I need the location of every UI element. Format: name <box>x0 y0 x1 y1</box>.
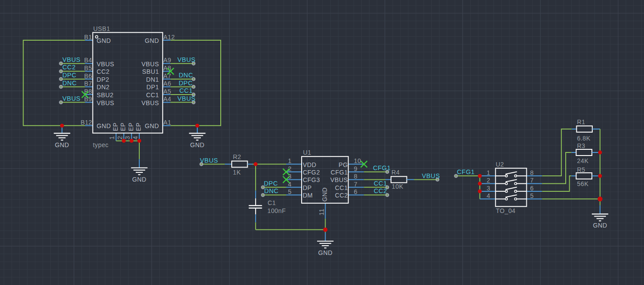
svg-text:B12: B12 <box>80 119 92 126</box>
svg-text:PG: PG <box>338 161 348 168</box>
svg-text:DM: DM <box>303 192 313 199</box>
svg-text:10K: 10K <box>392 183 403 190</box>
svg-text:DPC: DPC <box>264 180 278 187</box>
svg-text:R4: R4 <box>391 169 400 176</box>
svg-text:4: 4 <box>132 136 139 140</box>
svg-text:DP: DP <box>303 184 311 191</box>
svg-text:DP2: DP2 <box>97 76 109 83</box>
svg-text:GND: GND <box>321 187 328 201</box>
svg-text:R1: R1 <box>577 118 586 125</box>
svg-text:CC1: CC1 <box>374 180 387 187</box>
svg-text:VBUS: VBUS <box>177 95 196 102</box>
svg-text:2: 2 <box>288 165 291 172</box>
svg-text:CC2: CC2 <box>97 68 110 75</box>
svg-text:7: 7 <box>354 181 357 188</box>
svg-text:6: 6 <box>530 185 534 192</box>
svg-text:R3: R3 <box>577 142 586 149</box>
svg-text:3: 3 <box>124 136 131 140</box>
svg-text:DN2: DN2 <box>97 84 110 91</box>
svg-text:GND: GND <box>145 122 159 129</box>
svg-text:GND: GND <box>132 176 146 183</box>
svg-text:R2: R2 <box>233 153 242 160</box>
svg-text:CC2: CC2 <box>374 187 387 194</box>
svg-text:A1: A1 <box>163 119 171 126</box>
svg-text:GND: GND <box>55 141 69 148</box>
svg-text:U1: U1 <box>303 149 311 156</box>
svg-text:VDD: VDD <box>303 161 316 168</box>
svg-text:6: 6 <box>354 188 357 195</box>
svg-text:GND: GND <box>318 249 332 256</box>
svg-text:1: 1 <box>487 169 490 176</box>
svg-text:USB1: USB1 <box>93 25 110 32</box>
svg-text:4: 4 <box>487 192 490 199</box>
svg-text:A7: A7 <box>163 72 171 80</box>
svg-text:B1: B1 <box>84 34 92 41</box>
svg-text:EP: EP <box>112 122 119 131</box>
svg-text:GND: GND <box>97 122 111 129</box>
svg-text:56K: 56K <box>577 180 589 187</box>
svg-text:VBUS: VBUS <box>62 56 80 63</box>
svg-text:A12: A12 <box>163 34 175 41</box>
svg-text:DN1: DN1 <box>146 76 159 83</box>
svg-text:1: 1 <box>288 157 291 164</box>
svg-text:GND: GND <box>593 222 607 229</box>
svg-text:2: 2 <box>116 136 123 140</box>
svg-text:A6: A6 <box>163 80 171 87</box>
svg-text:GND: GND <box>190 141 204 148</box>
svg-text:SBU2: SBU2 <box>97 91 114 99</box>
svg-text:EP: EP <box>119 122 126 131</box>
svg-text:TO_04: TO_04 <box>496 207 516 214</box>
svg-text:B4: B4 <box>84 57 92 64</box>
svg-text:10: 10 <box>354 157 361 164</box>
svg-text:EP: EP <box>127 122 134 131</box>
svg-text:DPC: DPC <box>62 72 77 79</box>
svg-text:5: 5 <box>530 192 534 199</box>
svg-text:VBUS: VBUS <box>177 56 196 63</box>
svg-text:B7: B7 <box>84 80 92 87</box>
svg-text:VBUS: VBUS <box>200 157 218 164</box>
svg-text:CC1: CC1 <box>146 91 159 99</box>
svg-text:24K: 24K <box>577 157 589 164</box>
svg-text:CC2: CC2 <box>62 64 76 71</box>
svg-text:DPC: DPC <box>179 80 193 87</box>
svg-text:VBUS: VBUS <box>62 95 80 102</box>
svg-text:VBUS: VBUS <box>142 61 159 68</box>
svg-text:8: 8 <box>354 173 357 180</box>
svg-text:A4: A4 <box>163 95 171 103</box>
svg-text:DP1: DP1 <box>146 84 159 91</box>
svg-text:typec: typec <box>93 141 108 148</box>
svg-text:DNC: DNC <box>264 187 279 194</box>
svg-text:6.8K: 6.8K <box>577 135 591 142</box>
svg-text:VBUS: VBUS <box>330 176 348 183</box>
svg-text:GND: GND <box>97 37 111 44</box>
svg-text:A5: A5 <box>163 88 171 95</box>
svg-text:1K: 1K <box>233 169 241 176</box>
svg-text:A9: A9 <box>163 57 171 64</box>
svg-text:DNC: DNC <box>62 80 77 87</box>
svg-text:5: 5 <box>288 188 291 195</box>
svg-text:CFG3: CFG3 <box>303 176 320 183</box>
svg-text:9: 9 <box>354 165 357 172</box>
svg-text:R5: R5 <box>577 166 586 173</box>
svg-text:2: 2 <box>487 177 490 184</box>
svg-text:CFG2: CFG2 <box>303 169 320 176</box>
svg-text:VBUS: VBUS <box>142 99 159 106</box>
svg-text:CC1: CC1 <box>180 87 193 94</box>
svg-text:VBUS: VBUS <box>97 99 115 106</box>
svg-text:8: 8 <box>530 169 534 176</box>
svg-text:B6: B6 <box>84 72 92 80</box>
svg-text:B5: B5 <box>84 65 92 72</box>
svg-text:SBU1: SBU1 <box>142 68 159 75</box>
svg-text:GND: GND <box>145 37 159 44</box>
svg-text:DNC: DNC <box>179 72 193 79</box>
svg-text:CC2: CC2 <box>335 192 348 199</box>
svg-text:CFG1: CFG1 <box>331 169 348 176</box>
svg-text:7: 7 <box>530 177 534 184</box>
svg-text:11: 11 <box>318 209 325 215</box>
svg-text:B9: B9 <box>84 95 92 103</box>
svg-text:CFG1: CFG1 <box>373 164 391 171</box>
svg-text:CFG1: CFG1 <box>457 168 475 175</box>
svg-text:1: 1 <box>108 136 115 140</box>
svg-text:VBUS: VBUS <box>422 172 440 179</box>
svg-text:VBUS: VBUS <box>97 61 115 68</box>
